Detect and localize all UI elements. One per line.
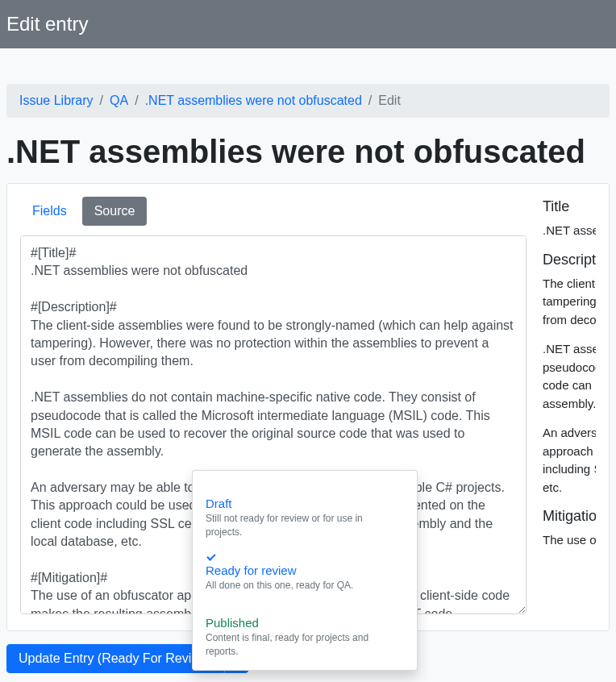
preview-text: The use of an	[543, 531, 596, 550]
status-option-ready[interactable]: Ready for review All done on this one, r…	[193, 544, 417, 597]
breadcrumb-qa[interactable]: QA	[110, 94, 128, 108]
status-option-desc: All done on this one, ready for QA.	[206, 579, 385, 593]
breadcrumb-separator: /	[135, 94, 138, 108]
status-option-desc: Content is final, ready for projects and…	[206, 631, 385, 659]
status-option-published[interactable]: Published Content is final, ready for pr…	[193, 597, 417, 663]
preview-title-label: Title	[543, 198, 596, 215]
status-option-desc: Still not ready for review or for use in…	[206, 512, 385, 539]
preview-panel: Title .NET assemb Description The client…	[543, 197, 596, 618]
breadcrumb: Issue Library / QA / .NET assemblies wer…	[6, 84, 610, 118]
tab-source[interactable]: Source	[82, 197, 148, 226]
page-title: .NET assemblies were not obfuscated	[6, 134, 610, 170]
breadcrumb-separator: /	[100, 94, 103, 108]
preview-title-value: .NET assemb	[543, 222, 596, 240]
tab-fields[interactable]: Fields	[20, 197, 79, 226]
status-option-title: Draft	[206, 497, 385, 510]
preview-text: .NET assemb pseudocode t code can be u a…	[543, 340, 596, 413]
breadcrumb-current: Edit	[378, 94, 401, 108]
status-dropdown-menu: Draft Still not ready for review or for …	[192, 470, 418, 671]
status-option-draft[interactable]: Draft Still not ready for review or for …	[193, 477, 417, 544]
tabs: Fields Source	[20, 197, 527, 226]
breadcrumb-separator: /	[368, 94, 372, 108]
preview-text: An adversary approach cou including SSL …	[543, 424, 596, 497]
status-option-title: Published	[206, 616, 385, 630]
breadcrumb-issue-library[interactable]: Issue Library	[19, 94, 94, 108]
preview-mitigation-label: Mitigation	[543, 508, 596, 525]
preview-description-label: Description	[543, 252, 596, 268]
header-title: Edit entry	[6, 13, 610, 35]
status-option-title: Ready for review	[206, 563, 385, 577]
preview-text: The client-sid tampering). H from decomp…	[543, 275, 596, 330]
app-header: Edit entry	[0, 0, 616, 48]
breadcrumb-entry[interactable]: .NET assemblies were not obfuscated	[145, 94, 362, 108]
